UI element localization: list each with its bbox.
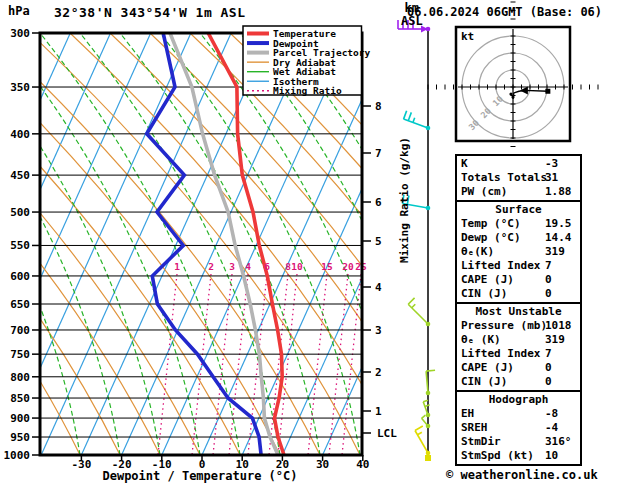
panel-row-label: StmSpd (kt) [461,449,534,462]
panel-row-label: EH [461,407,474,420]
panel-row-value: 31 [545,171,558,185]
pressure-tick-label: 750 [10,348,30,361]
panel-row-value: 1.88 [545,185,572,199]
panel-row-value: 316° [545,435,572,449]
panel-row-value: 19.5 [545,217,572,231]
panel-row-label: StmDir [461,435,501,448]
indices-panel: Most UnstablePressure (mb)1018θₑ (K)319L… [455,302,582,392]
asl-label: ASL [401,14,423,28]
km-tick-label: 8 [375,100,382,113]
km-asl-axis-label: kmASL [401,2,423,28]
panel-row-value: 319 [545,245,565,259]
legend-item-label: Mixing Ratio [273,85,342,96]
pressure-tick-label: 1000 [4,449,31,462]
panel-row: Pressure (mb)1018 [457,319,580,333]
pressure-tick-label: 950 [10,431,30,444]
panel-header: Hodograph [457,393,580,407]
panel-row: CAPE (J)0 [457,361,580,375]
panel-row: StmDir316° [457,435,580,449]
panel-row: Temp (°C)19.5 [457,217,580,231]
dewpoint-curve [147,33,261,455]
panel-row-value: 14.4 [545,231,572,245]
panel-row: Totals Totals31 [457,171,580,185]
panel-row-label: CAPE (J) [461,273,514,286]
pressure-tick-label: 650 [10,298,30,311]
panel-row-label: Temp (°C) [461,217,521,230]
wind-barb [408,298,430,326]
panel-row-label: K [461,157,468,170]
panel-row: CIN (J)0 [457,287,580,301]
panel-row-value: -3 [545,157,558,171]
pressure-tick-label: 550 [10,239,30,252]
panel-row-label: θₑ(K) [461,245,494,258]
wind-barb [426,370,435,395]
panel-row-value: -4 [545,421,558,435]
panel-header: Surface [457,203,580,217]
skewt-sounding-app: hPa 32°38'N 343°54'W 1m ASL 06.06.2024 0… [0,0,629,486]
panel-row-value: 0 [545,273,552,287]
pressure-tick-label: 600 [10,270,30,283]
km-tick-label: 5 [375,235,382,248]
mixing-ratio-value-label: 3 [229,261,235,272]
pressure-tick-label: 800 [10,371,30,384]
panel-row-label: Totals Totals [461,171,547,184]
mixing-ratio-value-label: 4 [245,261,251,272]
panel-row-label: θₑ (K) [461,333,501,346]
pressure-tick-label: 900 [10,412,30,425]
indices-panel: SurfaceTemp (°C)19.5Dewp (°C)14.4θₑ(K)31… [455,200,582,304]
km-label: km [405,1,419,15]
panel-row-value: 10 [545,449,558,463]
indices-panel: K-3Totals Totals31PW (cm)1.88 [455,154,582,202]
panel-row-value: 0 [545,361,552,375]
hodograph-end-marker [545,89,550,94]
panel-row-value: 7 [545,259,552,273]
pressure-tick-label: 300 [10,27,30,40]
station-title: 32°38'N 343°54'W 1m ASL [54,5,246,20]
km-tick-label: 6 [375,196,382,209]
panel-row-label: CIN (J) [461,375,507,388]
panel-row: Lifted Index7 [457,259,580,273]
panel-row-value: -8 [545,407,558,421]
km-tick-label: 2 [375,366,382,379]
km-tick-label: 7 [375,147,382,160]
pressure-unit-label: hPa [8,4,30,18]
datetime-label: 06.06.2024 06GMT (Base: 06) [407,5,602,19]
mixing-ratio-value-label: 8 [285,261,291,272]
panel-row: SREH-4 [457,421,580,435]
mixing-ratio-value-label: 20 [342,261,354,272]
panel-row-value: 0 [545,375,552,389]
panel-row: θₑ (K)319 [457,333,580,347]
chart-legend: TemperatureDewpointParcel TrajectoryDry … [243,26,371,96]
panel-row: θₑ(K)319 [457,245,580,259]
panel-row-value: 1018 [545,319,572,333]
km-tick-label: 4 [375,281,382,294]
indices-panel: HodographEH-8SREH-4StmDir316°StmSpd (kt)… [455,390,582,466]
panel-row: EH-8 [457,407,580,421]
mixing-ratio-value-label: 1 [174,261,180,272]
mixing-ratio-axis-label: Mixing Ratio (g/kg) [398,100,411,300]
panel-header: Most Unstable [457,305,580,319]
panel-row-label: Dewp (°C) [461,231,521,244]
panel-row-label: PW (cm) [461,185,507,198]
panel-row: CIN (J)0 [457,375,580,389]
mixing-ratio-value-label: 2 [208,261,214,272]
pressure-tick-label: 400 [10,128,30,141]
mixing-ratio-value-label: 6 [264,261,270,272]
surface-wind-marker [425,455,431,461]
panel-row: Dewp (°C)14.4 [457,231,580,245]
wind-barb [423,400,430,417]
mixing-ratio-value-label: 15 [321,261,333,272]
panel-row-value: 319 [545,333,565,347]
panel-row-label: CAPE (J) [461,361,514,374]
km-tick-label: 1 [375,405,382,418]
panel-row: K-3 [457,157,580,171]
panel-row-label: Lifted Index [461,347,540,360]
panel-row-label: Lifted Index [461,259,540,272]
credit-text: © weatheronline.co.uk [446,468,598,482]
temperature-axis-label: Dewpoint / Temperature (°C) [0,469,400,483]
pressure-tick-label: 850 [10,392,30,405]
panel-row-label: CIN (J) [461,287,507,300]
indices-panels: K-3Totals Totals31PW (cm)1.88SurfaceTemp… [455,154,582,466]
km-tick-label: 3 [375,324,382,337]
pressure-tick-label: 350 [10,81,30,94]
